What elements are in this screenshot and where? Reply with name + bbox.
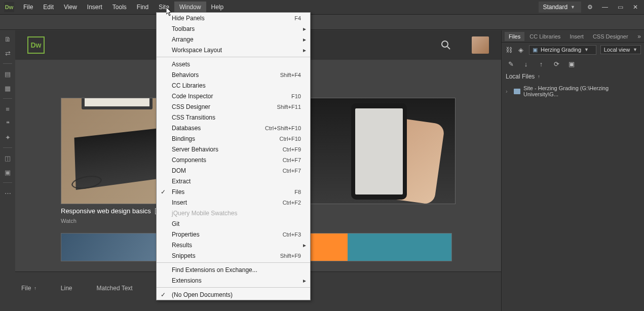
chevron-down-icon: ▼ (571, 5, 575, 10)
menu-item-label: CC Libraries (172, 82, 206, 89)
live-view-icon[interactable]: ▤ (2, 68, 13, 80)
menu-item-bindings[interactable]: BindingsCtrl+F10 (157, 133, 310, 144)
menu-item--no-open-documents-[interactable]: ✓(No Open Documents) (157, 289, 310, 300)
close-button[interactable]: ✕ (629, 2, 642, 13)
tab-css-designer[interactable]: CSS Designer (589, 32, 632, 41)
more-icon[interactable]: ⋯ (2, 187, 13, 199)
shortcut-label: Ctrl+Shift+F10 (265, 125, 301, 131)
menu-item-label: Databases (172, 125, 201, 132)
view-selector[interactable]: Local view ▼ (600, 45, 641, 54)
svg-line-1 (447, 47, 450, 49)
site-root-node[interactable]: › Site - Herzing Grading (G:\Herzing Uni… (505, 84, 641, 98)
filter-icon[interactable]: ✎ (507, 60, 515, 68)
shortcut-label: Shift+F11 (277, 104, 301, 110)
shortcut-label: Ctrl+F7 (283, 168, 301, 174)
menu-item-databases[interactable]: DatabasesCtrl+Shift+F10 (157, 123, 310, 133)
shortcut-label: Ctrl+F10 (280, 136, 301, 142)
menu-file[interactable]: File (18, 2, 38, 13)
menu-tools[interactable]: Tools (107, 2, 132, 13)
expand-panel-icon[interactable]: ▣ (567, 60, 576, 68)
menu-item-components[interactable]: ComponentsCtrl+F7 (157, 154, 310, 165)
menu-item-behaviors[interactable]: BehaviorsShift+F4 (157, 69, 310, 80)
menu-item-code-inspector[interactable]: Code InspectorF10 (157, 91, 310, 101)
sync-icon[interactable]: ⟳ (552, 60, 560, 68)
search-col-matched[interactable]: Matched Text (97, 285, 133, 292)
menu-item-assets[interactable]: Assets (157, 59, 310, 69)
maximize-button[interactable]: ▭ (614, 2, 627, 13)
menu-view[interactable]: View (59, 2, 82, 13)
menu-window[interactable]: Window (174, 2, 206, 13)
menu-item-label: Git (172, 220, 179, 227)
split-icon[interactable]: ◫ (2, 152, 13, 164)
site-root-label: Site - Herzing Grading (G:\Herzing Unive… (523, 85, 640, 97)
menu-item-extract[interactable]: Extract (157, 176, 310, 186)
ftp-connect-icon[interactable]: ⛓ (505, 46, 513, 54)
menu-help[interactable]: Help (206, 2, 229, 13)
expand-icon[interactable]: ⇄ (2, 48, 13, 59)
site-selector[interactable]: ▣ Herzing Grading ▼ (529, 45, 596, 55)
collapse-panel-icon[interactable]: » (637, 33, 641, 40)
folder-icon: ▣ (533, 47, 538, 53)
menu-item-label: Insert (172, 199, 187, 206)
menu-item-results[interactable]: Results▸ (157, 240, 310, 250)
shortcut-label: Ctrl+F7 (283, 157, 301, 163)
menu-insert[interactable]: Insert (82, 2, 107, 13)
check-icon: ✓ (161, 188, 166, 196)
define-servers-icon[interactable]: ◈ (517, 46, 525, 54)
apply-comment-icon[interactable]: ❝ (2, 118, 13, 129)
menu-item-label: Code Inspector (172, 93, 213, 100)
menu-item-server-behaviors[interactable]: Server BehaviorsCtrl+F9 (157, 144, 310, 154)
preview-icon[interactable]: ▣ (2, 167, 13, 178)
get-files-icon[interactable]: ↓ (522, 60, 530, 68)
search-col-line[interactable]: Line (61, 285, 72, 292)
menu-find[interactable]: Find (132, 2, 154, 13)
menu-item-css-transitions[interactable]: CSS Transitions (157, 112, 310, 123)
menu-item-files[interactable]: ✓FilesF8 (157, 186, 310, 197)
shortcut-label: Ctrl+F2 (283, 200, 301, 206)
menu-item-hide-panels[interactable]: Hide PanelsF4 (157, 13, 310, 23)
menu-item-workspace-layout[interactable]: Workspace Layout▸ (157, 45, 310, 55)
shortcut-label: Ctrl+F3 (283, 231, 301, 238)
menu-item-snippets[interactable]: SnippetsShift+F9 (157, 250, 310, 261)
menu-item-label: Server Behaviors (172, 146, 218, 153)
menu-item-dom[interactable]: DOMCtrl+F7 (157, 165, 310, 176)
menu-item-arrange[interactable]: Arrange▸ (157, 34, 310, 45)
menu-item-label: Extensions (172, 277, 202, 284)
put-files-icon[interactable]: ↑ (537, 60, 545, 68)
wand-icon[interactable]: ✦ (2, 132, 13, 143)
check-icon: ✓ (161, 291, 166, 298)
sync-settings-icon[interactable]: ⚙ (583, 2, 596, 13)
menu-item-css-designer[interactable]: CSS DesignerShift+F11 (157, 101, 310, 112)
tab-files[interactable]: Files (505, 32, 524, 41)
menu-item-insert[interactable]: InsertCtrl+F2 (157, 197, 310, 208)
menu-separator (157, 287, 310, 288)
code-format-icon[interactable]: ≡ (2, 103, 13, 114)
menu-item-toolbars[interactable]: Toolbars▸ (157, 23, 310, 34)
shortcut-label: Shift+F9 (280, 253, 301, 259)
files-tree-header[interactable]: Local Files↑ (502, 71, 644, 82)
workspace-selector[interactable]: Standard ▼ (539, 2, 581, 13)
menu-item-properties[interactable]: PropertiesCtrl+F3 (157, 229, 310, 240)
chevron-down-icon: ▼ (584, 47, 589, 52)
file-mgmt-icon[interactable]: 🗎 (2, 33, 13, 45)
search-icon[interactable] (438, 37, 453, 53)
menu-site[interactable]: Site (154, 2, 174, 13)
menu-separator (157, 262, 310, 263)
user-avatar[interactable] (472, 36, 489, 54)
menu-item-find-extensions-on-exchange-[interactable]: Find Extensions on Exchange... (157, 264, 310, 275)
menu-item-extensions[interactable]: Extensions▸ (157, 275, 310, 286)
minimize-button[interactable]: — (598, 2, 612, 13)
inspect-icon[interactable]: ▦ (2, 83, 13, 94)
search-col-file[interactable]: File ↑ (21, 285, 36, 292)
tab-cc-libraries[interactable]: CC Libraries (525, 32, 564, 41)
menubar: Dw File Edit View Insert Tools Find Site… (0, 0, 644, 15)
menu-edit[interactable]: Edit (38, 2, 59, 13)
menu-item-git[interactable]: Git (157, 218, 310, 229)
expand-node-icon[interactable]: › (506, 88, 511, 94)
menu-item-label: Properties (172, 231, 200, 238)
menu-item-cc-libraries[interactable]: CC Libraries (157, 80, 310, 91)
menu-item-label: Hide Panels (172, 15, 205, 22)
left-tool-rail: 🗎 ⇄ ▤ ▦ ≡ ❝ ✦ ◫ ▣ ⋯ (0, 30, 15, 284)
folder-icon (514, 89, 520, 94)
tab-insert[interactable]: Insert (565, 32, 588, 41)
